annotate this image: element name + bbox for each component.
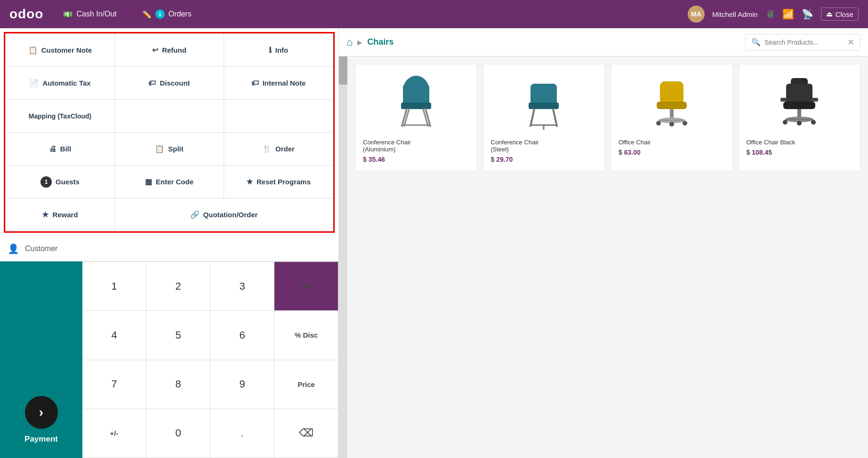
payment-section[interactable]: › Payment: [0, 261, 82, 458]
svg-point-31: [811, 120, 816, 125]
key-4[interactable]: 4: [82, 311, 146, 360]
payment-label: Payment: [24, 434, 58, 444]
reward-label: Reward: [52, 211, 78, 219]
close-icon: ⏏: [826, 10, 833, 18]
discount-button[interactable]: 🏷 Discount: [115, 67, 224, 100]
svg-rect-27: [783, 102, 815, 109]
key-7[interactable]: 7: [82, 360, 146, 409]
key-qty[interactable]: Qty: [274, 262, 338, 311]
search-icon: 🔍: [751, 38, 761, 47]
key-5[interactable]: 5: [146, 311, 210, 360]
key-6[interactable]: 6: [210, 311, 274, 360]
product-grid: Conference Chair(Aluminium) $ 35.46: [347, 56, 868, 458]
payment-arrow-icon: ›: [39, 405, 43, 420]
key-1[interactable]: 1: [82, 262, 146, 311]
payment-circle[interactable]: ›: [25, 396, 58, 429]
customer-row[interactable]: 👤 Customer: [0, 237, 338, 261]
empty-cell-2: [224, 100, 333, 133]
reset-programs-button[interactable]: ★ Reset Programs: [224, 166, 333, 198]
key-3[interactable]: 3: [210, 262, 274, 311]
product-price-office-black: $ 108.45: [747, 149, 853, 156]
order-button[interactable]: 🍴 Order: [224, 133, 333, 166]
info-label: Info: [275, 46, 289, 54]
product-image-office-black: [747, 72, 853, 133]
svg-rect-2: [401, 103, 431, 109]
svg-point-19: [683, 121, 687, 126]
product-card-conf-steel[interactable]: Conference Chair(Steel) $ 29.70: [483, 64, 605, 171]
guests-label: Guests: [56, 178, 80, 186]
key-plusminus[interactable]: +/-: [82, 409, 146, 458]
orders-button[interactable]: ✏️ 1 Orders: [137, 7, 197, 22]
numpad: 1 2 3 Qty 4 5 6 % Disc 7 8 9 Price +/- 0…: [82, 261, 338, 458]
search-input[interactable]: [764, 39, 840, 46]
product-price-conf-steel: $ 29.70: [491, 156, 597, 163]
key-backspace[interactable]: ⌫: [274, 409, 338, 458]
key-8[interactable]: 8: [146, 360, 210, 409]
product-price-office: $ 63.00: [619, 149, 725, 156]
mapping-button[interactable]: Mapping (TaxCloud): [6, 100, 115, 133]
product-name-conf-steel: Conference Chair(Steel): [491, 139, 597, 153]
breadcrumb-home[interactable]: ⌂: [346, 36, 353, 48]
bill-label: Bill: [60, 145, 71, 153]
svg-point-32: [797, 121, 802, 126]
automatic-tax-button[interactable]: 📄 Automatic Tax: [6, 67, 115, 100]
info-icon: ℹ: [269, 46, 272, 55]
guests-badge: 1: [40, 176, 52, 188]
topbar: odoo 💵 Cash In/Out ✏️ 1 Orders MA Mitche…: [0, 0, 868, 28]
quotation-order-icon: 🔗: [190, 210, 200, 219]
cash-in-out-label: Cash In/Out: [76, 10, 116, 18]
key-9[interactable]: 9: [210, 360, 274, 409]
reward-button[interactable]: ★ Reward: [6, 198, 115, 231]
product-image-office: [619, 72, 725, 133]
enter-code-icon: ▦: [145, 177, 152, 186]
customer-note-button[interactable]: 📋 Customer Note: [6, 34, 115, 67]
search-close-icon[interactable]: ✕: [847, 37, 854, 47]
svg-point-18: [656, 121, 661, 126]
key-0[interactable]: 0: [146, 409, 210, 458]
empty-cell-1: [115, 100, 224, 133]
svg-rect-9: [529, 103, 559, 109]
chair-svg-alum: [393, 74, 440, 131]
topbar-right: MA Mitchell Admin 🖥 📶 📡 ⏏ Close: [688, 6, 859, 23]
info-button[interactable]: ℹ Info: [224, 34, 333, 67]
key-price[interactable]: Price: [274, 360, 338, 409]
search-box[interactable]: 🔍 ✕: [745, 34, 860, 51]
svg-point-20: [669, 122, 674, 126]
order-label: Order: [275, 145, 295, 153]
automatic-tax-label: Automatic Tax: [42, 79, 90, 87]
wifi-icon: 📶: [782, 8, 794, 20]
split-label: Split: [168, 145, 184, 153]
key-2[interactable]: 2: [146, 262, 210, 311]
product-card-office-black[interactable]: Office Chair Black $ 108.45: [739, 64, 861, 171]
quotation-order-button[interactable]: 🔗 Quotation/Order: [115, 198, 333, 231]
split-button[interactable]: 📋 Split: [115, 133, 224, 166]
cash-in-out-button[interactable]: 💵 Cash In/Out: [57, 7, 122, 22]
scroll-indicator[interactable]: [339, 56, 347, 458]
reward-icon: ★: [42, 210, 48, 219]
reset-programs-icon: ★: [246, 177, 253, 186]
guests-button[interactable]: 1 Guests: [6, 166, 115, 198]
monitor-icon: 🖥: [765, 9, 775, 20]
product-name-office: Office Chair: [619, 139, 725, 146]
product-card-office[interactable]: Office Chair $ 63.00: [611, 64, 733, 171]
customer-note-icon: 📋: [28, 46, 38, 55]
breadcrumb-current[interactable]: Chairs: [367, 37, 394, 47]
close-button[interactable]: ⏏ Close: [821, 8, 859, 21]
enter-code-button[interactable]: ▦ Enter Code: [115, 166, 224, 198]
reset-programs-label: Reset Programs: [257, 178, 311, 186]
bill-icon: 🖨: [49, 145, 56, 153]
action-grid-wrapper: 📋 Customer Note ↩ Refund ℹ Info 📄 Automa…: [4, 32, 335, 233]
svg-rect-25: [780, 98, 787, 102]
product-area: Conference Chair(Aluminium) $ 35.46: [339, 56, 868, 458]
scroll-thumb: [339, 56, 347, 85]
right-panel: ⌂ ▶ Chairs 🔍 ✕: [339, 28, 868, 458]
numpad-and-payment: › Payment 1 2 3 Qty 4 5 6 % Disc 7 8 9: [0, 261, 338, 458]
user-name: Mitchell Admin: [712, 10, 758, 18]
internal-note-button[interactable]: 🏷 Internal Note: [224, 67, 333, 100]
product-card-conf-alum[interactable]: Conference Chair(Aluminium) $ 35.46: [355, 64, 477, 171]
key-dot[interactable]: .: [210, 409, 274, 458]
key-disc[interactable]: % Disc: [274, 311, 338, 360]
internal-note-icon: 🏷: [251, 79, 259, 87]
refund-button[interactable]: ↩ Refund: [115, 34, 224, 67]
bill-button[interactable]: 🖨 Bill: [6, 133, 115, 166]
